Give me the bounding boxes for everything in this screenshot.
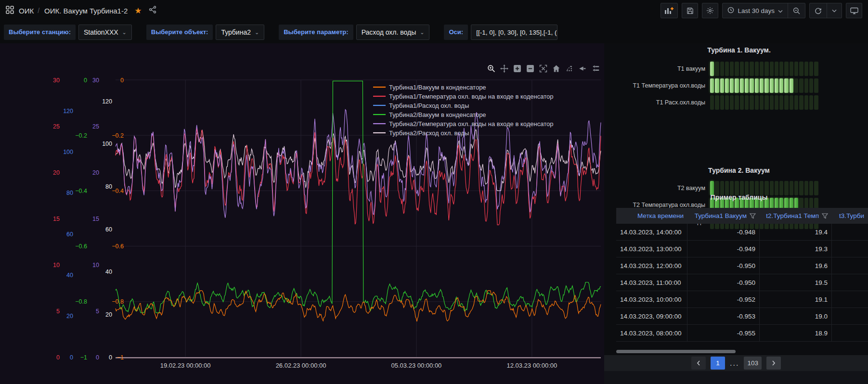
table-horizontal-scrollbar[interactable] — [616, 350, 736, 353]
gauge-segment — [794, 95, 798, 110]
y-tick-t1_vac_axis: −0.8 — [112, 298, 124, 305]
table-pagination: 1 ... 103 — [604, 355, 868, 371]
legend-item[interactable]: Турбина1/Температура охл. воды на входе … — [373, 93, 553, 100]
next-page-button[interactable] — [766, 357, 781, 370]
share-icon[interactable] — [149, 6, 156, 15]
autoscale-icon[interactable] — [537, 63, 549, 75]
filter-select-2[interactable]: Расход охл. воды⌄ — [356, 25, 430, 40]
zoom-out-icon[interactable] — [524, 63, 536, 75]
table-cell: 14.03.2023, 13:00:00 — [620, 245, 683, 253]
filter-funnel-icon[interactable] — [750, 213, 756, 219]
legend-label: Турбина2/Вакуум в конденсаторе — [389, 111, 486, 118]
column-header-1[interactable]: Турбина1 Вакуум — [687, 212, 760, 219]
filter-select-0[interactable]: StationXXX⌄ — [78, 25, 132, 40]
gauge-segment — [760, 95, 764, 110]
gauge-segment — [809, 95, 813, 110]
gauge-segment — [764, 95, 768, 110]
axes-input[interactable]: [[-1, 0], [0, 30], [0, 135],[-1, ( — [471, 25, 557, 40]
table-cell-wrap: 14.03.2023, 08:00:00 — [616, 325, 687, 341]
timeseries-chart[interactable]: 0−0.2−0.4−0.6−0.8−1302520151050120100806… — [0, 43, 604, 384]
filter-funnel-icon[interactable] — [822, 213, 828, 219]
legend-item[interactable]: Турбина2/Вакуум в конденсаторе — [373, 111, 486, 118]
timeseries-panel: 0−0.2−0.4−0.6−0.8−1302520151050120100806… — [0, 43, 604, 384]
prev-page-button[interactable] — [691, 357, 706, 370]
table-row[interactable]: 14.03.2023, 10:00:00-0.95219.1 — [616, 291, 868, 308]
column-header-label: t3.Турби — [839, 212, 864, 219]
y-tick-t1_temp_axis: 15 — [53, 216, 60, 222]
table-cell: 19.4 — [764, 229, 828, 236]
gauge-segment — [740, 78, 744, 93]
table-cell-wrap: -0.950 — [687, 274, 760, 291]
gauge-segment — [725, 95, 729, 110]
gauge-value: 18.6 — [823, 78, 868, 93]
table-cell: 19.1 — [764, 296, 828, 303]
column-header-3[interactable]: t3.Турби — [832, 212, 868, 219]
pan-tool-icon[interactable] — [498, 63, 510, 75]
table-row[interactable]: 14.03.2023, 09:00:00-0.95319.0 — [616, 308, 868, 325]
gauge-segment — [720, 95, 724, 110]
x-tick-label: 05.03.23 00:00:00 — [391, 362, 442, 369]
gauge-segment — [755, 78, 759, 93]
y-tick-t1_flow_axis: 100 — [63, 149, 73, 155]
table-row[interactable]: 14.03.2023, 11:00:00-0.95019.5 — [616, 274, 868, 291]
table-row[interactable]: 14.03.2023, 12:00:00-0.95019.6 — [616, 257, 868, 274]
page-1-button[interactable]: 1 — [711, 357, 725, 370]
table-cell: -0.948 — [691, 229, 755, 236]
reset-axes-home-icon[interactable] — [550, 63, 562, 75]
column-header-0[interactable]: Метка времени — [616, 212, 687, 219]
table-row[interactable]: 14.03.2023, 13:00:00-0.94919.3 — [616, 241, 868, 257]
zoom-out-time-button[interactable] — [788, 3, 805, 18]
column-header-2[interactable]: t2.Турбина1 Темп — [760, 212, 832, 219]
table-cell-wrap: 14.03.2023, 10:00:00 — [616, 291, 687, 307]
zoom-in-icon[interactable] — [511, 63, 523, 75]
y-tick-t1_flow_axis: 80 — [66, 190, 73, 196]
column-header-label: t2.Турбина1 Темп — [766, 212, 819, 219]
table-cell: 19.6 — [764, 262, 828, 269]
table-row[interactable]: 14.03.2023, 08:00:00-0.95518.9 — [616, 325, 868, 342]
gauge-segment — [814, 95, 818, 110]
dashboard-settings-button[interactable] — [702, 3, 718, 18]
table-cell: 18.9 — [764, 330, 828, 337]
toggle-spikelines-icon[interactable] — [563, 63, 575, 75]
hover-closest-icon[interactable] — [576, 63, 588, 75]
gauge-segment — [804, 62, 808, 76]
lcd-bar-gauge — [710, 95, 819, 110]
gauge-label: Т1 вакуум — [616, 65, 705, 72]
legend-item[interactable]: Турбина2/Температура охл. воды на входе … — [373, 120, 553, 128]
y-tick-t1_temp_axis: 25 — [53, 123, 60, 130]
cycle-view-mode-button[interactable] — [846, 3, 862, 18]
y-tick-t1_flow_axis: 40 — [66, 272, 73, 279]
table-cell: 14.03.2023, 11:00:00 — [620, 279, 683, 286]
chevron-down-icon: ⌄ — [420, 29, 424, 36]
table-cell: -0.950 — [691, 279, 755, 286]
time-range-picker[interactable]: Last 30 days — [723, 3, 788, 18]
column-header-label: Метка времени — [637, 212, 684, 219]
filter-select-1[interactable]: Турбина2⌄ — [216, 25, 264, 40]
y-tick-t2_temp_axis: 25 — [92, 123, 99, 130]
last-page-button[interactable]: 103 — [744, 357, 762, 370]
legend-label: Турбина2/Температура охл. воды на входе … — [389, 120, 553, 128]
legend-item[interactable]: Турбина1/Вакуум в конденсаторе — [373, 84, 486, 91]
gauge-segment — [799, 78, 803, 93]
table-row[interactable]: 14.03.2023, 14:00:00-0.94819.4 — [616, 224, 868, 241]
gauge-segment — [764, 78, 768, 93]
gauge-segment — [784, 62, 788, 76]
hover-compare-icon[interactable] — [589, 63, 601, 75]
favorite-star-icon[interactable]: ★ — [134, 6, 142, 16]
y-tick-t2_temp_axis: 0 — [96, 354, 99, 361]
breadcrumb[interactable]: ОИК. Вакуум Турбина1-2 — [44, 7, 128, 15]
refresh-button[interactable] — [810, 3, 827, 18]
save-dashboard-button[interactable] — [682, 3, 698, 18]
table-cell-wrap: -0.952 — [687, 291, 760, 307]
add-panel-button[interactable] — [661, 3, 678, 18]
breadcrumb-separator: / — [38, 7, 39, 14]
table-cell: 14.03.2023, 09:00:00 — [620, 313, 683, 320]
gauge-segment — [750, 78, 753, 93]
zoom-tool-icon[interactable] — [485, 63, 497, 75]
refresh-interval-dropdown[interactable] — [827, 3, 842, 18]
legend-item[interactable]: Турбина1/Расход охл. воды — [373, 102, 469, 109]
table-cell-wrap: 14.03.2023, 12:00:00 — [616, 257, 687, 274]
apps-menu-icon[interactable] — [6, 6, 14, 16]
breadcrumb-root[interactable]: ОИК — [19, 7, 34, 15]
gauge-segment — [755, 95, 759, 110]
